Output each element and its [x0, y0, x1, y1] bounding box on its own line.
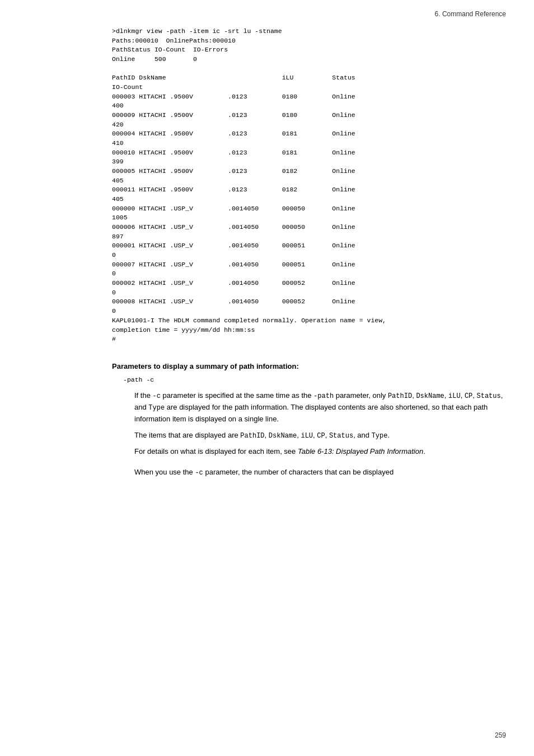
code-path: -path: [313, 392, 334, 400]
code-c2: -c: [195, 469, 203, 477]
param-label: -path -c: [123, 376, 506, 383]
table-reference: Table 6-13: Displayed Path Information: [298, 447, 423, 456]
code-dskname2: DskName: [269, 432, 297, 440]
description-para-3: For details on what is displayed for eac…: [134, 446, 506, 458]
code-ilu2: iLU: [301, 432, 313, 440]
code-dskname: DskName: [416, 392, 444, 400]
chapter-reference: 6. Command Reference: [435, 10, 506, 18]
code-pathid2: PathID: [240, 432, 264, 440]
description-para-2: The items that are displayed are PathID,…: [134, 430, 506, 442]
code-status2: Status: [329, 432, 353, 440]
code-type2: Type: [372, 432, 388, 440]
description-para-4: When you use the -c parameter, the numbe…: [134, 467, 506, 478]
main-code-block: >dlnkmgr view -path -item ic -srt lu -st…: [112, 22, 506, 349]
code-c: -c: [153, 392, 161, 400]
code-cp: CP: [465, 392, 472, 400]
section-heading: Parameters to display a summary of path …: [112, 362, 506, 370]
code-ilu: iLU: [448, 392, 461, 400]
code-pathid: PathID: [388, 392, 412, 400]
code-type: Type: [148, 404, 165, 412]
code-cp2: CP: [317, 432, 325, 440]
description-block: If the -c parameter is specified at the …: [134, 390, 506, 478]
description-para-1: If the -c parameter is specified at the …: [134, 390, 506, 425]
code-status: Status: [477, 392, 501, 400]
page-number: 259: [495, 731, 506, 739]
